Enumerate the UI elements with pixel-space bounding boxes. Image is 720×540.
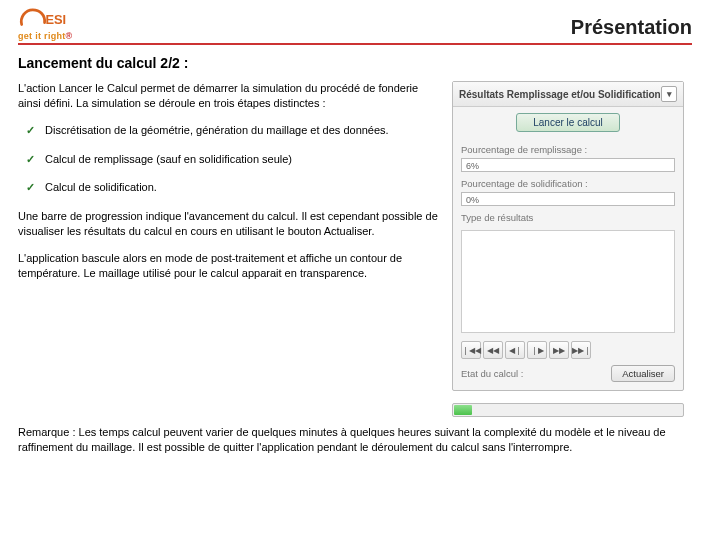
step-fwd-button[interactable]: ❘▶: [527, 341, 547, 359]
playback-controls: ❘◀◀ ◀◀ ◀❘ ❘▶ ▶▶ ▶▶❘: [461, 341, 675, 359]
check-icon: ✓: [26, 152, 35, 167]
refresh-button[interactable]: Actualiser: [611, 365, 675, 382]
fill-pct-value: 6%: [466, 159, 479, 173]
first-button[interactable]: ❘◀◀: [461, 341, 481, 359]
overall-progress-fill: [454, 405, 472, 415]
fill-progress: 6%: [461, 158, 675, 172]
steps-list: ✓Discrétisation de la géométrie, générat…: [26, 123, 438, 196]
logo-tagline: get it right®: [18, 32, 73, 41]
header-row: ESI get it right® Présentation: [18, 8, 692, 45]
logo-mark: ESI: [18, 8, 82, 30]
fill-pct-label: Pourcentage de remplissage :: [461, 144, 675, 155]
list-item-label: Calcul de remplissage (sauf en solidific…: [45, 152, 292, 167]
solid-progress: 0%: [461, 192, 675, 206]
list-item: ✓Calcul de solidification.: [26, 180, 438, 195]
post-paragraph: L'application bascule alors en mode de p…: [18, 251, 438, 281]
solid-pct-value: 0%: [466, 193, 479, 207]
list-item-label: Discrétisation de la géométrie, générati…: [45, 123, 389, 138]
solid-pct-label: Pourcentage de solidification :: [461, 178, 675, 189]
check-icon: ✓: [26, 180, 35, 195]
step-back-button[interactable]: ◀❘: [505, 341, 525, 359]
next-button[interactable]: ▶▶: [549, 341, 569, 359]
slide-title: Présentation: [571, 16, 692, 39]
right-column: Résultats Remplissage et/ou Solidificati…: [452, 81, 684, 417]
launch-calc-button[interactable]: Lancer le calcul: [516, 113, 619, 132]
svg-text:ESI: ESI: [45, 12, 66, 27]
prev-button[interactable]: ◀◀: [483, 341, 503, 359]
overall-progress: [452, 403, 684, 417]
left-column: L'action Lancer le Calcul permet de déma…: [18, 81, 438, 417]
results-panel: Résultats Remplissage et/ou Solidificati…: [452, 81, 684, 391]
intro-paragraph: L'action Lancer le Calcul permet de déma…: [18, 81, 438, 111]
last-button[interactable]: ▶▶❘: [571, 341, 591, 359]
remark-paragraph: Remarque : Les temps calcul peuvent vari…: [18, 425, 692, 456]
list-item: ✓Discrétisation de la géométrie, générat…: [26, 123, 438, 138]
section-title: Lancement du calcul 2/2 :: [18, 55, 692, 71]
result-type-area: [461, 230, 675, 333]
panel-header: Résultats Remplissage et/ou Solidificati…: [453, 82, 683, 107]
check-icon: ✓: [26, 123, 35, 138]
panel-title: Résultats Remplissage et/ou Solidificati…: [459, 89, 661, 100]
calc-state-label: Etat du calcul :: [461, 368, 523, 379]
progress-paragraph: Une barre de progression indique l'avanc…: [18, 209, 438, 239]
list-item: ✓Calcul de remplissage (sauf en solidifi…: [26, 152, 438, 167]
result-type-label: Type de résultats: [461, 212, 675, 223]
collapse-icon[interactable]: ▾: [661, 86, 677, 102]
list-item-label: Calcul de solidification.: [45, 180, 157, 195]
logo: ESI get it right®: [18, 8, 82, 41]
